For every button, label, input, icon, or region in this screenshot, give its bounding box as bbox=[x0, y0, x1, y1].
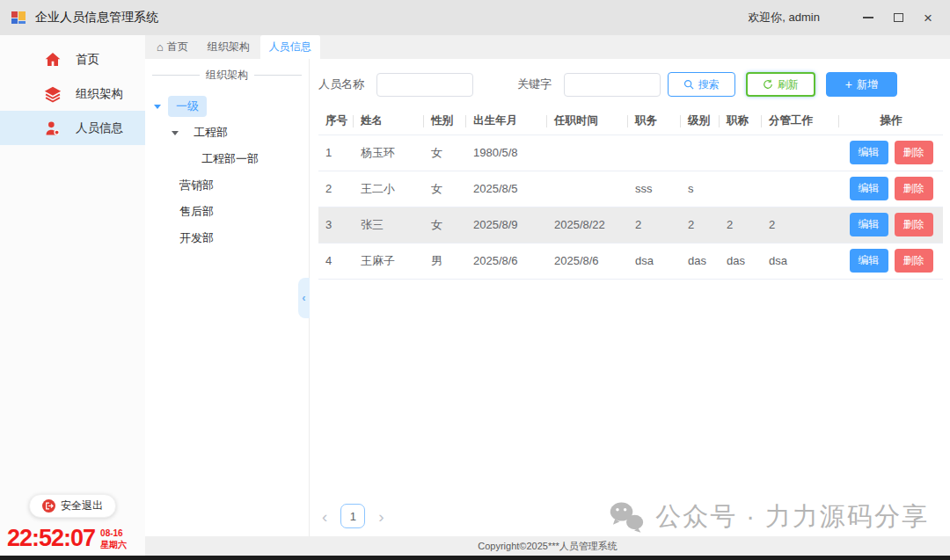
search-form: 人员名称 关键字 搜索 bbox=[318, 64, 943, 105]
table-cell bbox=[762, 171, 839, 207]
footer: Copyright©2025***人员管理系统 bbox=[145, 536, 950, 556]
table-cell: 王麻子 bbox=[354, 243, 424, 279]
keyword-input[interactable] bbox=[564, 73, 661, 97]
tree-header-label: 组织架构 bbox=[206, 68, 248, 83]
page-number-button[interactable]: 1 bbox=[340, 504, 365, 528]
tree-node-label: 工程部 bbox=[186, 122, 236, 143]
table-row: 4王麻子男2025/8/62025/8/6dsadasdasdsa编辑删除 bbox=[318, 243, 943, 279]
home-icon: ⌂ bbox=[157, 41, 164, 53]
refresh-button-label: 刷新 bbox=[778, 77, 799, 92]
tree-node-2[interactable]: 工程部一部 bbox=[145, 146, 309, 172]
titlebar: 企业人员信息管理系统 欢迎你, admin × bbox=[0, 0, 950, 35]
tabstrip: ⌂首页组织架构人员信息 bbox=[145, 35, 950, 59]
table-cell: 2 bbox=[762, 207, 839, 243]
clock: 22:52:07 08-16 星期六 bbox=[0, 525, 145, 554]
column-header: 序号 bbox=[318, 108, 354, 135]
tree-node-label: 开发部 bbox=[172, 228, 222, 249]
table-header-row: 序号姓名性别出生年月任职时间职务级别职称分管工作操作 bbox=[318, 108, 943, 135]
column-header: 操作 bbox=[839, 108, 943, 135]
delete-button[interactable]: 删除 bbox=[895, 177, 933, 200]
close-icon: × bbox=[924, 11, 932, 25]
tree-node-3[interactable]: 营销部 bbox=[145, 172, 309, 199]
column-header: 姓名 bbox=[354, 108, 424, 135]
sidebar-item-label: 首页 bbox=[76, 52, 99, 68]
column-header: 职称 bbox=[720, 108, 762, 135]
delete-button[interactable]: 删除 bbox=[895, 141, 933, 164]
table-cell: dsa bbox=[628, 243, 681, 279]
tab-label: 人员信息 bbox=[269, 40, 311, 55]
maximize-button[interactable] bbox=[883, 4, 913, 31]
table-cell: dsa bbox=[762, 243, 839, 279]
search-button[interactable]: 搜索 bbox=[668, 72, 735, 97]
copyright-text: Copyright©2025***人员管理系统 bbox=[478, 540, 618, 553]
tree-header: 组织架构 bbox=[145, 68, 309, 83]
close-button[interactable]: × bbox=[913, 4, 943, 31]
tree-node-4[interactable]: 售后部 bbox=[145, 199, 309, 225]
main-area: ⌂首页组织架构人员信息 组织架构 一级工程部工程部一部营销部售后部开发部 ‹ bbox=[145, 35, 950, 556]
table-cell: s bbox=[681, 171, 720, 207]
tree-collapse-handle[interactable]: ‹ bbox=[298, 278, 310, 318]
name-field-label: 人员名称 bbox=[318, 76, 364, 92]
column-header: 职务 bbox=[628, 108, 681, 135]
column-header: 级别 bbox=[681, 108, 720, 135]
table-cell: 女 bbox=[424, 207, 466, 243]
clock-weekday: 星期六 bbox=[100, 539, 127, 550]
actions-cell: 编辑删除 bbox=[839, 207, 943, 243]
tab-label: 组织架构 bbox=[208, 40, 250, 55]
table-cell: 2 bbox=[681, 207, 720, 243]
table-cell: 女 bbox=[424, 171, 466, 207]
sidebar-item-personnel[interactable]: 人员信息 bbox=[0, 111, 145, 145]
table-cell bbox=[762, 135, 839, 171]
sidebar-bottom: 安全退出 22:52:07 08-16 星期六 bbox=[0, 494, 145, 556]
tab-0[interactable]: ⌂首页 bbox=[148, 35, 197, 59]
edit-button[interactable]: 编辑 bbox=[850, 141, 888, 164]
tree-node-label: 售后部 bbox=[172, 201, 222, 222]
logout-icon bbox=[42, 499, 55, 513]
taskbar-sliver bbox=[0, 556, 950, 560]
edit-button[interactable]: 编辑 bbox=[850, 177, 888, 200]
prev-page-button[interactable]: ‹ bbox=[318, 508, 331, 525]
keyword-field-label: 关键字 bbox=[517, 76, 552, 92]
table-cell: 2025/8/6 bbox=[466, 243, 547, 279]
table-cell: 2025/8/5 bbox=[466, 171, 547, 207]
tree-node-0[interactable]: 一级 bbox=[145, 93, 309, 120]
next-page-button[interactable]: › bbox=[375, 508, 387, 525]
layers-icon bbox=[44, 85, 62, 103]
clock-time: 22:52:07 bbox=[7, 525, 95, 552]
delete-button[interactable]: 删除 bbox=[895, 213, 933, 236]
table-row: 2王二小女2025/8/5ssss编辑删除 bbox=[318, 171, 943, 207]
actions-cell: 编辑删除 bbox=[839, 171, 943, 207]
tree-node-label: 一级 bbox=[168, 96, 207, 117]
column-header: 分管工作 bbox=[762, 108, 839, 135]
table-cell: 2 bbox=[318, 171, 354, 207]
tree-node-1[interactable]: 工程部 bbox=[145, 120, 309, 146]
minimize-button[interactable] bbox=[853, 4, 883, 31]
edit-button[interactable]: 编辑 bbox=[850, 249, 888, 273]
refresh-button[interactable]: 刷新 bbox=[746, 72, 815, 97]
caret-down-icon[interactable] bbox=[154, 105, 161, 109]
caret-down-icon[interactable] bbox=[172, 131, 179, 135]
divider bbox=[152, 75, 200, 76]
delete-button[interactable]: 删除 bbox=[895, 249, 933, 273]
search-icon bbox=[683, 79, 694, 90]
table-cell: das bbox=[681, 243, 720, 279]
tab-label: 首页 bbox=[167, 40, 188, 55]
add-button[interactable]: + 新增 bbox=[826, 72, 897, 97]
add-button-label: 新增 bbox=[857, 77, 878, 92]
tab-1[interactable]: 组织架构 bbox=[199, 35, 259, 59]
table-row: 1杨玉环女1980/5/8编辑删除 bbox=[318, 135, 943, 171]
logout-button[interactable]: 安全退出 bbox=[29, 494, 116, 518]
table-cell: 杨玉环 bbox=[354, 135, 424, 171]
column-header: 任职时间 bbox=[547, 108, 628, 135]
name-input[interactable] bbox=[376, 73, 473, 97]
sidebar-item-org[interactable]: 组织架构 bbox=[0, 76, 145, 111]
table-cell bbox=[547, 135, 628, 171]
edit-button[interactable]: 编辑 bbox=[850, 213, 888, 236]
actions-cell: 编辑删除 bbox=[839, 135, 943, 171]
app-title: 企业人员信息管理系统 bbox=[35, 10, 158, 25]
sidebar-item-home[interactable]: 首页 bbox=[0, 42, 145, 76]
tab-2[interactable]: 人员信息 bbox=[260, 35, 320, 59]
table-cell bbox=[547, 171, 628, 207]
search-button-label: 搜索 bbox=[698, 77, 720, 92]
tree-node-5[interactable]: 开发部 bbox=[145, 225, 309, 251]
